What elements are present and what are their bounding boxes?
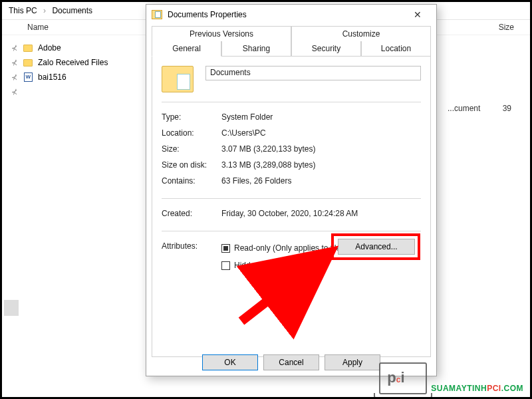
file-name: Zalo Received Files: [34, 58, 108, 67]
watermark: pci SUAMAYTINHPCI.COM: [379, 362, 523, 394]
folder-name-input[interactable]: Documents: [205, 66, 421, 80]
value-created: Friday, 30 October, 2020, 10:24:28 AM: [221, 209, 421, 218]
apply-button[interactable]: Apply: [325, 354, 380, 370]
column-size[interactable]: Size: [499, 23, 514, 32]
tab-customize[interactable]: Customize: [291, 26, 431, 41]
label-contains: Contains:: [162, 176, 221, 186]
divider: [162, 198, 421, 199]
ok-button[interactable]: OK: [202, 354, 258, 370]
chevron-right-icon: ›: [39, 6, 50, 15]
cancel-button[interactable]: Cancel: [263, 354, 319, 370]
folder-icon: [22, 45, 34, 52]
folder-large-icon: [162, 66, 194, 92]
label-type: Type:: [162, 112, 221, 122]
properties-dialog: Documents Properties ✕ Previous Versions…: [146, 4, 437, 376]
breadcrumb-current[interactable]: Documents: [52, 6, 92, 15]
breadcrumb-root[interactable]: This PC: [9, 6, 37, 15]
selection-indicator: [4, 300, 19, 316]
checkbox-readonly[interactable]: [221, 244, 230, 253]
column-name[interactable]: Name: [22, 23, 155, 32]
laptop-icon: pci: [379, 362, 427, 394]
label-size-on-disk: Size on disk:: [162, 160, 221, 170]
value-location: C:\Users\PC: [221, 128, 421, 138]
divider: [162, 231, 421, 231]
pin-icon: ⊀: [11, 73, 22, 82]
folder-icon: [22, 59, 34, 66]
close-icon[interactable]: ✕: [404, 9, 431, 20]
file-name: bai1516: [34, 72, 66, 82]
folder-icon: [152, 10, 162, 19]
label-size: Size:: [162, 144, 221, 154]
tab-sharing[interactable]: Sharing: [221, 41, 291, 57]
checkbox-hidden[interactable]: [221, 261, 230, 270]
tab-general[interactable]: General: [152, 41, 221, 57]
pin-icon: ⊀: [11, 44, 22, 53]
label-attributes: Attributes:: [162, 241, 221, 272]
titlebar[interactable]: Documents Properties ✕: [146, 5, 436, 25]
value-contains: 63 Files, 26 Folders: [221, 176, 421, 186]
divider: [162, 102, 421, 102]
annotation-highlight: [331, 233, 420, 260]
tab-security[interactable]: Security: [291, 41, 361, 57]
label-location: Location:: [162, 128, 221, 138]
file-size-value: 39: [503, 104, 511, 113]
tab-previous-versions[interactable]: Previous Versions: [152, 26, 291, 41]
tab-panel-general: Documents Type:System Folder Location:C:…: [152, 57, 431, 357]
watermark-text: SUAMAYTINHPCI.COM: [431, 381, 523, 394]
tab-strip: Previous Versions Customize General Shar…: [152, 26, 431, 57]
tab-location[interactable]: Location: [361, 41, 431, 57]
dialog-title: Documents Properties: [168, 10, 404, 19]
label-hidden: Hidden: [234, 261, 259, 270]
pin-icon: ⊀: [11, 88, 22, 96]
value-type: System Folder: [221, 112, 421, 122]
pin-icon: ⊀: [11, 59, 22, 67]
value-size: 3.07 MB (3,220,133 bytes): [221, 144, 421, 154]
word-doc-icon: [22, 72, 34, 82]
file-type-fragment: ...cument: [448, 104, 480, 113]
label-created: Created:: [162, 209, 221, 218]
file-name: Adobe: [34, 43, 61, 53]
value-size-on-disk: 3.13 MB (3,289,088 bytes): [221, 160, 421, 170]
